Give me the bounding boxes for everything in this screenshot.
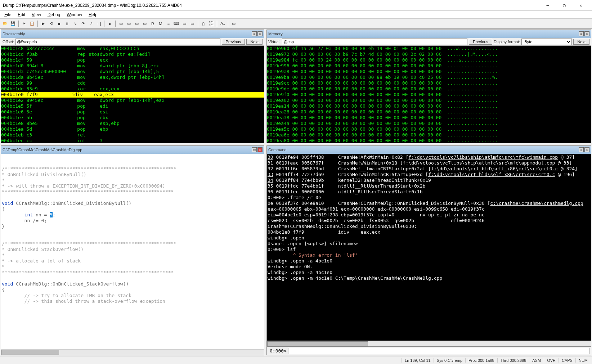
disasm-line[interactable]: 004bc1da 8b45ec mov eax,dword ptr [ebp-1… (1, 75, 264, 80)
maximize-button[interactable]: ▢ (556, 0, 573, 11)
virtual-input[interactable] (282, 39, 467, 45)
go-icon[interactable]: ▶ (40, 20, 47, 27)
command-line[interactable]: 32 0019ff6c 005873bd CrashMe!__tmainCRTS… (268, 166, 590, 172)
memory-next-button[interactable]: Next (573, 39, 589, 45)
disasm-line[interactable]: 004bc1e0 f7f9 idiv eax,ecx (1, 92, 264, 98)
processes-icon[interactable]: ▭ (189, 20, 196, 27)
format-select[interactable]: Byte (521, 39, 572, 45)
command-line[interactable]: 33 0019ff74 77277d69 CrashMe!wWinMainCRT… (268, 172, 590, 177)
memory-line[interactable]: 0019e9cc 00 00 00 00 00 00 00 00 00 00 0… (267, 80, 591, 86)
window2-icon[interactable]: ▭ (125, 20, 133, 27)
callstack-icon[interactable]: ≡ (165, 20, 172, 27)
memory-previous-button[interactable]: Previous (469, 39, 492, 45)
source-line[interactable]: * -> will throw a EXCEPTION_INT_DIVIDE_B… (2, 183, 263, 189)
command-close-icon[interactable]: × (584, 147, 589, 152)
disasm-line[interactable]: 004bc1e6 5e pop esi (1, 109, 264, 115)
scratch-icon[interactable]: ▭ (181, 20, 188, 27)
source-line[interactable]: // -> this should throw a stack-overflow… (2, 298, 263, 304)
memory-line[interactable]: 0019e9de 00 00 00 00 00 00 00 00 00 00 0… (267, 86, 591, 92)
offset-input[interactable] (15, 39, 220, 45)
source-line[interactable]: * -> allocate a lot of stack (2, 258, 263, 264)
breakpoint-icon[interactable]: ● (106, 20, 113, 27)
source-line[interactable]: // -> try to allocate 1MB on the stack (2, 293, 263, 298)
source-line[interactable] (2, 160, 263, 166)
command-line[interactable]: CrashMe!CCrashMeDlg::OnBnClicked_Divisio… (268, 224, 590, 229)
source-line[interactable]: /*!*************************************… (2, 241, 263, 247)
memory-line[interactable]: 0019e9a8 00 00 00 00 00 00 00 00 00 00 0… (267, 69, 591, 75)
source-line[interactable] (2, 235, 263, 241)
disassembly-content[interactable]: 004bc1c8 b8cccccccc mov eax,0CCCCCCCCh00… (1, 46, 264, 143)
memory-line[interactable]: 0019ea26 00 00 00 00 00 00 00 00 00 00 0… (267, 109, 591, 115)
source-line[interactable] (2, 275, 263, 281)
command-line[interactable]: 34 0019ff84 77e4bb9b kernel32!BaseThread… (268, 177, 590, 183)
memory-line[interactable]: 0019e972 00 00 00 00 00 00 b9 7c b7 4d 0… (267, 51, 591, 57)
memory-icon[interactable]: M (157, 20, 164, 27)
close-button[interactable]: ✕ (573, 0, 589, 11)
command-line[interactable]: 30 0019fe94 005ff438 CrashMe!AfxWinMain+… (268, 154, 590, 160)
menu-help[interactable]: Help (86, 12, 100, 18)
font-icon[interactable]: Aₐ (219, 20, 226, 27)
step-out-icon[interactable]: ↗ (87, 20, 94, 27)
disasm-line[interactable]: 004bc1eb c3 ret (1, 132, 264, 138)
step-over-icon[interactable]: ↷ (79, 20, 86, 27)
stop-icon[interactable]: ■ (55, 20, 63, 27)
disasm-line[interactable]: 004bc1c8 b8cccccccc mov eax,0CCCCCCCCh (1, 46, 264, 51)
break-icon[interactable]: ⏸ (63, 20, 71, 27)
source-line[interactable]: { (2, 206, 263, 212)
memory-line[interactable]: 0019ea6e 00 00 00 00 00 00 00 00 00 00 0… (267, 132, 591, 138)
window3-icon[interactable]: ▭ (133, 20, 140, 27)
disasm-line[interactable]: 004bc1e7 5b pop ebx (1, 115, 264, 121)
memory-line[interactable]: 0019e996 00 00 00 00 00 00 00 00 00 00 0… (267, 63, 591, 69)
options-icon[interactable]: ▭ (230, 20, 237, 27)
run-to-cursor-icon[interactable]: →| (95, 20, 102, 27)
source-line[interactable]: ****************************************… (2, 189, 263, 195)
disasm-line[interactable]: 004bc1dd 99 cdq (1, 80, 264, 86)
window1-icon[interactable]: ▭ (117, 20, 125, 27)
source-content[interactable]: /*!*************************************… (1, 154, 264, 349)
source-line[interactable] (2, 229, 263, 235)
disasm-previous-button[interactable]: Previous (222, 39, 245, 45)
open-icon[interactable]: 📂 (1, 20, 9, 27)
disasm-line[interactable]: 004bc1d0 894df8 mov dword ptr [ebp-8],ec… (1, 63, 264, 69)
source-line[interactable]: } (2, 224, 263, 229)
source-mode-icon[interactable]: {} (200, 20, 207, 27)
command-line[interactable]: 0:000> .frame /r 0e (268, 195, 590, 201)
command-input[interactable] (288, 348, 589, 354)
memory-line[interactable]: 0019ea4a 00 00 00 00 00 00 00 00 00 00 0… (267, 121, 591, 126)
step-into-icon[interactable]: ↘ (71, 20, 79, 27)
memory-line[interactable]: 0019ea80 00 00 00 00 00 00 00 00 00 00 0… (267, 138, 591, 143)
command-line[interactable]: 0:000> lsf (268, 247, 590, 252)
disasm-line[interactable]: 004bc1d3 c745ec05000000 mov dword ptr [e… (1, 69, 264, 75)
command-line[interactable]: windbg> .open -m 4bc1e0 C:\Temp\CrashMe\… (268, 275, 590, 281)
memory-line[interactable]: 0019e9f0 00 00 00 00 00 00 00 00 00 00 0… (267, 92, 591, 98)
memory-options-icon[interactable]: ≡ (579, 31, 584, 36)
disassembly-options-icon[interactable]: ≡ (252, 31, 257, 36)
menu-edit[interactable]: Edit (15, 12, 28, 18)
memory-line[interactable]: 0019ea5c 00 00 00 00 00 00 00 00 00 00 0… (267, 126, 591, 132)
source-line[interactable]: void CCrashMeDlg::OnBnClicked_StackOverf… (2, 281, 263, 287)
command-line[interactable]: windbg> .open (268, 235, 590, 241)
disasm-line[interactable]: 004bc1cd f3ab rep stosdword ptr es:[edi] (1, 51, 264, 57)
command-line[interactable]: Usage: .open [<opts>] <filename> (268, 241, 590, 247)
source-line[interactable]: * (2, 252, 263, 258)
menu-file[interactable]: File (1, 12, 14, 18)
source-line[interactable]: { (2, 287, 263, 293)
restart-icon[interactable]: ⟲ (48, 20, 55, 27)
command-content[interactable]: 30 0019fe94 005ff438 CrashMe!AfxWinMain+… (267, 154, 591, 341)
disasm-line[interactable]: 004bc1e2 8945ec mov dword ptr [ebp-14h],… (1, 98, 264, 103)
disasm-line[interactable]: 004bc1de 33c9 xor ecx,ecx (1, 86, 264, 92)
memory-line[interactable]: 0019ea02 00 00 00 00 00 00 00 00 00 00 0… (267, 98, 591, 103)
menu-window[interactable]: Window (64, 12, 85, 18)
source-line[interactable]: void CCrashMeDlg::OnBnClicked_DivisionBy… (2, 201, 263, 206)
command-line[interactable]: windbg> .open -a 4bc1e0 (268, 258, 590, 264)
save-icon[interactable]: 💾 (9, 20, 17, 27)
memory-close-icon[interactable]: × (584, 31, 589, 36)
disasm-icon[interactable]: ⌨ (173, 20, 180, 27)
copy-icon[interactable]: 📋 (28, 20, 36, 27)
source-line[interactable] (2, 154, 263, 160)
source-line[interactable]: ****************************************… (2, 270, 263, 275)
command-line[interactable]: eax=00000005 ebx=004af031 ecx=00000000 e… (268, 206, 590, 212)
disasm-line[interactable]: 004bc1e8 8be5 mov esp,ebp (1, 121, 264, 126)
source-line[interactable]: * (2, 264, 263, 270)
command-line[interactable]: 31 0019feac 0058767f CrashMe!wWinMain+0x… (268, 160, 590, 166)
